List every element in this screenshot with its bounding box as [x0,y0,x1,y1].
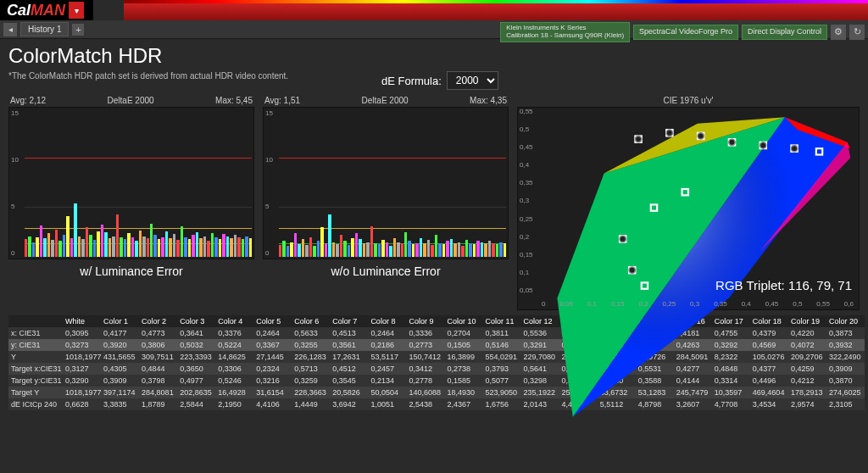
svg-point-24 [620,236,626,242]
brand-bar: CalMAN ▾ [0,0,868,20]
table-header: Color 1 [101,315,139,327]
table-header: Color 9 [406,315,444,327]
table-header [8,315,63,327]
cie-plot: 0,050,10,150,20,250,30,350,40,450,50,55 [517,107,860,310]
de-formula-label: dE Formula: [381,75,442,87]
tab-bar: ◂ History 1 + Klein Instruments K Series… [0,20,868,39]
cie-title: CIE 1976 u'v' [517,96,860,105]
rgb-triplet-readout: RGB Triplet: 116, 79, 71 [715,278,852,292]
add-tab-button[interactable]: + [72,24,84,36]
svg-point-22 [760,142,766,148]
plus-icon: + [75,25,81,35]
chart2-plot: 151050 [263,107,509,259]
chart1-avg: Avg: 2,12 [10,96,46,105]
chart1-title: DeltaE 2000 [108,96,154,105]
deltae-with-lum-panel: Avg: 2,12 DeltaE 2000 Max: 5,45 151050 w… [8,96,254,310]
gear-icon: ⚙ [834,26,843,37]
chart2-title: DeltaE 2000 [362,96,409,105]
deltae-without-lum-panel: Avg: 1,51 DeltaE 2000 Max: 4,35 151050 w… [263,96,509,310]
page-title: ColorMatch HDR [8,44,860,68]
chevron-left-icon: ◂ [8,25,13,34]
display-status-box[interactable]: Direct Display Control [742,25,827,40]
table-header: Color 6 [292,315,330,327]
chevron-down-icon: ▾ [75,6,79,15]
table-header: Color 10 [444,315,482,327]
source-status-box[interactable]: SpectraCal VideoForge Pro [633,25,738,40]
table-header: Color 5 [253,315,292,327]
chart2-max: Max: 4,35 [470,96,507,105]
chart1-max: Max: 5,45 [215,96,253,105]
table-header: White [63,315,101,327]
brand-red-strip [124,3,868,20]
app-menu-button[interactable]: ▾ [69,2,84,19]
de-formula-select[interactable]: 2000 [447,71,498,90]
table-header: Color 2 [139,315,177,327]
chart2-avg: Avg: 1,51 [264,96,300,105]
tab-history-1[interactable]: History 1 [20,22,69,36]
chart1-plot: 151050 [8,107,254,259]
svg-point-18 [635,136,641,142]
chart2-caption: w/o Luminance Error [263,264,509,278]
chart1-caption: w/ Luminance Error [8,264,254,278]
svg-point-23 [791,145,797,151]
history-back-button[interactable]: ◂ [3,23,17,36]
table-header: Color 4 [215,315,253,327]
settings-button[interactable]: ⚙ [831,25,846,40]
svg-point-25 [629,267,635,273]
table-header: Color 11 [483,315,521,327]
cie-panel: CIE 1976 u'v' 0,050,10,150,20,250,30,350… [517,96,860,310]
svg-point-20 [698,133,704,139]
table-header: Color 7 [330,315,368,327]
svg-point-19 [666,130,672,136]
svg-point-21 [729,139,735,145]
table-header: Color 8 [368,315,406,327]
reload-button[interactable]: ↻ [849,25,865,40]
app-logo: CalMAN [0,2,65,19]
reload-icon: ↻ [854,26,861,37]
table-header: Color 3 [177,315,215,327]
